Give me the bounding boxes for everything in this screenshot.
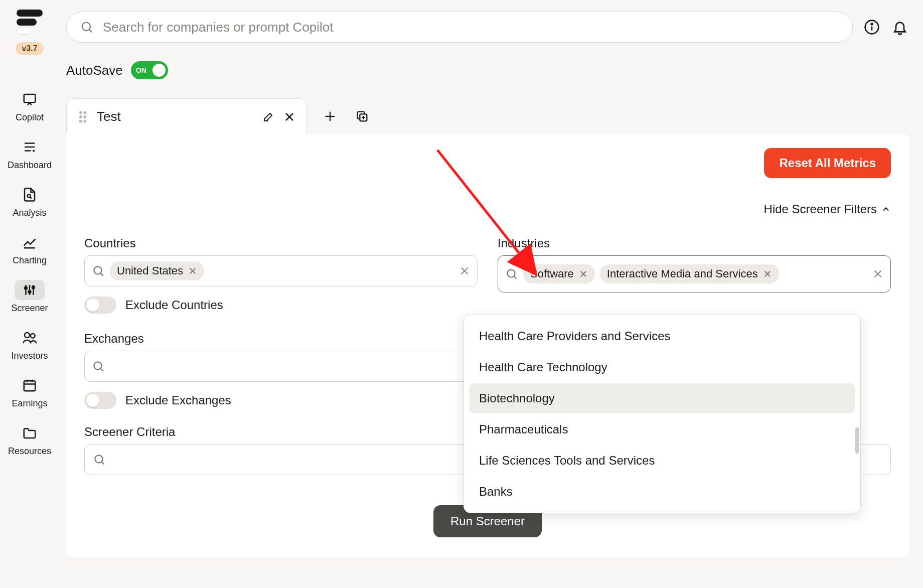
chart-line-icon (22, 235, 37, 250)
calendar-icon (22, 378, 37, 393)
industries-dropdown[interactable]: Health Care Providers and Services Healt… (464, 315, 861, 513)
sidebar: v3.7 Copilot Dashboard Analysis Charting (0, 0, 59, 588)
global-search-input[interactable] (103, 20, 839, 35)
exclude-countries-toggle[interactable] (84, 297, 116, 314)
sidebar-item-charting[interactable]: Charting (0, 226, 59, 272)
svg-point-24 (871, 24, 873, 25)
svg-point-20 (82, 23, 90, 31)
exclude-exchanges-label: Exclude Exchanges (125, 393, 231, 407)
close-tab-button[interactable] (283, 111, 295, 123)
svg-line-46 (100, 368, 103, 371)
svg-line-21 (89, 30, 92, 33)
document-search-icon (22, 187, 37, 202)
scrollbar-thumb[interactable] (855, 427, 859, 454)
dropdown-option[interactable]: Pharmaceuticals (469, 414, 855, 445)
exchanges-input[interactable] (84, 351, 478, 382)
sidebar-item-analysis[interactable]: Analysis (0, 179, 59, 224)
chip-label: Software (530, 267, 574, 280)
reset-all-metrics-button[interactable]: Reset All Metrics (764, 148, 891, 178)
svg-line-40 (100, 273, 103, 275)
people-icon (22, 330, 37, 345)
svg-point-6 (28, 194, 31, 197)
industry-chip[interactable]: Interactive Media and Services (600, 264, 779, 283)
svg-line-56 (101, 462, 104, 464)
svg-point-11 (29, 290, 31, 293)
sidebar-item-copilot[interactable]: Copilot (0, 83, 59, 129)
industries-input[interactable]: Software Interactive Media and Services (498, 255, 891, 292)
dropdown-option[interactable]: Health Care Providers and Services (469, 321, 855, 351)
sidebar-item-screener[interactable]: Screener (0, 274, 59, 320)
exclude-exchanges-toggle[interactable] (84, 392, 116, 409)
svg-point-13 (32, 286, 35, 289)
hide-screener-filters-toggle[interactable]: Hide Screener Filters (84, 202, 891, 216)
remove-chip-button[interactable] (579, 269, 588, 278)
search-icon (92, 264, 105, 277)
svg-line-48 (514, 276, 516, 278)
sidebar-item-label: Copilot (16, 112, 44, 123)
chat-icon (22, 92, 37, 107)
clear-countries-button[interactable] (459, 265, 470, 276)
add-tab-button[interactable] (321, 107, 339, 125)
countries-label: Countries (84, 236, 478, 250)
remove-chip-button[interactable] (763, 269, 772, 278)
remove-chip-button[interactable] (188, 266, 197, 275)
svg-point-55 (95, 455, 102, 463)
svg-point-39 (94, 266, 101, 274)
svg-point-14 (25, 333, 30, 338)
sidebar-item-label: Analysis (13, 208, 46, 218)
edit-tab-button[interactable] (262, 111, 274, 123)
sidebar-item-label: Investors (11, 351, 48, 361)
sidebar-item-label: Screener (11, 303, 48, 314)
bell-icon (892, 19, 908, 35)
global-search[interactable] (66, 12, 853, 43)
svg-point-25 (79, 111, 82, 114)
sidebar-item-dashboard[interactable]: Dashboard (0, 131, 59, 177)
folder-icon (22, 425, 37, 440)
exchanges-label: Exchanges (84, 332, 478, 346)
country-chip[interactable]: United States (110, 261, 204, 280)
search-icon (80, 20, 94, 34)
list-icon (22, 139, 37, 155)
version-badge: v3.7 (16, 42, 43, 55)
autosave-toggle-state: ON (136, 66, 146, 74)
countries-input[interactable]: United States (84, 255, 478, 286)
sidebar-item-label: Charting (13, 255, 47, 266)
screener-panel: Reset All Metrics Hide Screener Filters … (66, 134, 909, 557)
app-logo (14, 6, 46, 38)
dropdown-option[interactable]: Life Sciences Tools and Services (469, 446, 855, 476)
industries-label: Industries (498, 236, 891, 250)
autosave-label: AutoSave (66, 63, 123, 78)
sidebar-item-investors[interactable]: Investors (0, 322, 59, 367)
duplicate-tab-button[interactable] (353, 107, 371, 125)
search-icon (93, 453, 106, 466)
info-icon (864, 19, 880, 35)
industry-chip[interactable]: Software (523, 264, 595, 283)
screener-tab[interactable]: Test (66, 98, 307, 134)
clear-industries-button[interactable] (872, 268, 883, 279)
dropdown-option[interactable]: Banks (469, 477, 855, 507)
svg-point-26 (83, 111, 86, 114)
svg-point-30 (83, 119, 86, 122)
svg-point-47 (507, 269, 515, 277)
chevron-up-icon (881, 204, 891, 214)
svg-point-28 (83, 115, 86, 118)
sidebar-item-earnings[interactable]: Earnings (0, 369, 59, 415)
svg-point-27 (79, 115, 82, 118)
svg-point-9 (25, 287, 27, 289)
hide-filters-label: Hide Screener Filters (764, 202, 877, 216)
svg-point-29 (79, 119, 82, 122)
plus-icon (323, 109, 337, 123)
svg-rect-0 (24, 94, 36, 102)
dropdown-option[interactable]: Biotechnology (469, 383, 855, 413)
autosave-toggle[interactable]: ON (131, 61, 168, 79)
svg-point-45 (94, 362, 101, 369)
search-icon (505, 267, 518, 280)
sliders-icon (22, 282, 37, 298)
drag-handle-icon[interactable] (78, 110, 88, 123)
notifications-button[interactable] (891, 18, 909, 36)
search-icon (92, 360, 105, 373)
sidebar-item-resources[interactable]: Resources (0, 417, 59, 463)
chip-label: Interactive Media and Services (607, 267, 758, 280)
info-button[interactable] (863, 18, 881, 36)
dropdown-option[interactable]: Health Care Technology (469, 352, 855, 382)
